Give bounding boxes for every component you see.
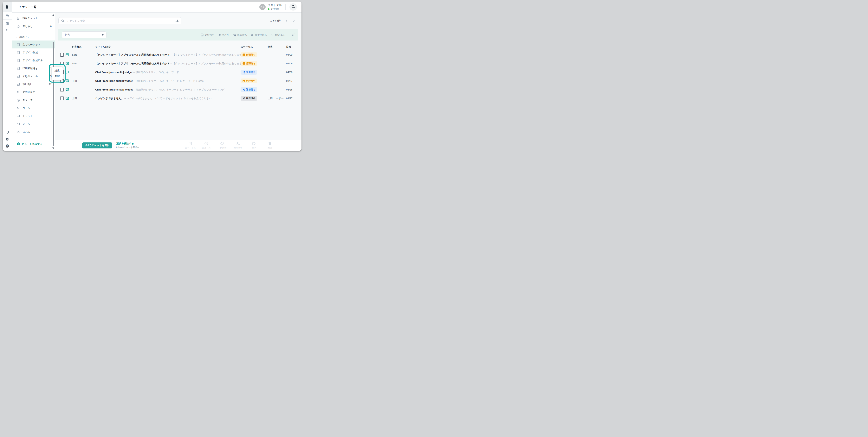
quick-filter-pending[interactable]: 処理待ち — [200, 33, 215, 37]
quick-filter-label: 処理待ち — [205, 33, 215, 37]
tune-filters-icon[interactable] — [175, 19, 179, 23]
bulk-action-delete[interactable]: 削除 — [263, 141, 277, 149]
document-icon — [5, 5, 9, 9]
row-checkbox[interactable] — [60, 88, 64, 92]
tray-icon — [17, 59, 20, 62]
sidebar-view-print-wait[interactable]: 印刷依頼待ち 2 — [12, 64, 55, 72]
row-customer: 上田 — [72, 97, 95, 100]
divider — [288, 32, 288, 38]
sidebar-view-unassigned[interactable]: 未割り当て — [12, 88, 55, 96]
user-name: テスト 太郎 — [268, 3, 281, 7]
row-customer: 上田 — [72, 79, 95, 83]
row-title: Chat From [proz-public] widget — [95, 79, 132, 82]
svg-text:?: ? — [7, 145, 8, 147]
assignee-filter-dropdown[interactable]: 担当 — [62, 31, 106, 38]
rail-item-help[interactable]: ? — [3, 143, 12, 149]
sidebar-section-common-views[interactable]: 共通ビュー — [12, 34, 55, 40]
chat-bubble-icon — [17, 114, 20, 118]
sidebar-view-call[interactable]: コール — [12, 104, 55, 112]
avatar[interactable]: テ太 — [259, 4, 266, 10]
sidebar-item-assigned-tickets[interactable]: 担当チケット — [12, 14, 55, 22]
sidebar-view-label: スパム — [23, 130, 30, 134]
table-row[interactable]: Sara 【クレジットカード】アプラスモールの利用条件はありますか？ -- 【ク… — [58, 59, 298, 68]
warning-triangle-icon — [17, 130, 20, 134]
chats-icon — [5, 14, 9, 18]
rail-item-settings[interactable] — [3, 136, 12, 142]
rail-item-customers[interactable] — [3, 27, 12, 34]
sidebar-view-mail[interactable]: メール — [12, 120, 55, 128]
table-row[interactable]: Chat From [proz-tci-faq] widget -- 接続前のシ… — [58, 85, 298, 94]
sidebar-item-returned[interactable]: 差し戻し 0 — [12, 22, 55, 30]
bulk-action-tag[interactable]: タグ — [247, 141, 261, 149]
header-right: テ太 テスト 太郎 受付可能 — [259, 3, 297, 11]
pagination: 1–6 / 6行 — [270, 19, 298, 23]
people-icon — [5, 28, 9, 32]
chevron-right-icon[interactable] — [292, 20, 295, 22]
scroll-up-arrow[interactable] — [52, 14, 54, 16]
status-label: 処理待ち — [246, 53, 255, 57]
quick-filter-in-progress[interactable]: 処理中 — [218, 33, 230, 37]
row-title: 【クレジットカード】アプラスモールの利用条件はありますか？ — [95, 62, 169, 65]
col-date: 日時 — [286, 45, 298, 48]
sidebar-view-design[interactable]: デザイン作成 1 — [12, 48, 55, 57]
chevron-left-icon[interactable] — [285, 20, 288, 22]
refresh-icon[interactable] — [291, 33, 295, 37]
kebab-menu-icon[interactable] — [50, 36, 52, 39]
status-label: 返答待ち — [246, 71, 255, 74]
bulk-action-label: 削除 — [268, 146, 272, 149]
chat-channel-icon — [65, 88, 72, 92]
rail-item-workspace[interactable] — [3, 129, 12, 136]
bulk-action-snooze[interactable]: スヌーズ — [199, 141, 213, 149]
search-input[interactable] — [66, 19, 173, 23]
table-row[interactable]: 上田 Chat From [proz-public] widget -- 接続前… — [58, 76, 298, 85]
status-badge: 返答待ち — [241, 87, 257, 92]
table-row[interactable]: Sara 【クレジットカード】アプラスモールの利用条件はありますか？ -- 【ク… — [58, 51, 298, 59]
context-menu-delete[interactable]: 削除 — [52, 73, 63, 79]
quick-filter-resolved[interactable]: 解決済み — [271, 33, 285, 37]
sidebar-scrollbar[interactable] — [53, 42, 54, 146]
chevron-down-icon — [16, 36, 18, 38]
quick-filter-callback[interactable]: 要折り返し — [250, 33, 267, 37]
search-box[interactable] — [58, 17, 181, 24]
rail-item-analytics[interactable] — [3, 20, 12, 27]
user-block[interactable]: テスト 太郎 受付可能 — [268, 3, 281, 10]
search-row: 1–6 / 6行 — [58, 17, 298, 24]
help-icon: ? — [5, 144, 9, 148]
phone-icon — [17, 106, 20, 110]
sidebar-view-all-tickets[interactable]: 全てのチケット — [12, 40, 55, 48]
rail-item-conversations[interactable] — [3, 12, 12, 19]
sidebar-view-due-today[interactable]: 本日期日 22 — [12, 80, 55, 88]
plus-circle-icon — [17, 142, 20, 146]
sidebar-view-label: 未割り当て — [23, 91, 35, 94]
quick-filter-awaiting-reply[interactable]: 返答待ち — [233, 33, 247, 37]
clear-selection-link[interactable]: 選択を解除する — [116, 142, 139, 145]
sidebar-view-label: 未処理メール — [23, 75, 38, 78]
row-title-cell: 【クレジットカード】アプラスモールの利用条件はありますか？ -- 【クレジットカ… — [95, 53, 241, 57]
sidebar-view-chat[interactable]: チャット — [12, 112, 55, 120]
sidebar-view-snooze[interactable]: スヌーズ — [12, 96, 55, 104]
row-checkbox[interactable] — [60, 97, 64, 100]
bulk-action-assign[interactable]: 割り当て — [231, 141, 245, 149]
sidebar-view-count: 22 — [49, 83, 52, 86]
create-view-button[interactable]: ビューを作成する — [17, 142, 42, 146]
table-row[interactable]: Chat From [proz-public] widget -- 接続前のシナ… — [58, 68, 298, 76]
sidebar-view-unprocessed-mail[interactable]: 未処理メール 35 — [12, 72, 55, 80]
bulk-action-status[interactable]: ステータス — [184, 141, 197, 149]
tray-icon — [17, 43, 20, 46]
table-row[interactable]: 上田 ログインができません。 -- ログインができません。パスワードをリセットす… — [58, 94, 298, 103]
sidebar-view-design-done[interactable]: デザイン作成済み 1 — [12, 57, 55, 64]
bulk-action-bulk-reply[interactable]: 一括返信 — [215, 141, 229, 149]
mail-channel-icon — [65, 53, 72, 57]
rail-item-tickets[interactable] — [3, 2, 12, 12]
scroll-down-arrow[interactable] — [52, 147, 54, 149]
context-menu-edit[interactable]: 編集 — [52, 68, 63, 73]
caret-down-icon — [101, 34, 104, 36]
notification-bell-button[interactable] — [289, 3, 297, 11]
status-label: 処理待ち — [246, 62, 255, 65]
row-checkbox[interactable] — [60, 53, 64, 57]
col-customer: お客様名 — [72, 45, 95, 48]
select-all-button[interactable]: 全6のチケットを選択 — [82, 142, 112, 148]
bulk-action-label: スヌーズ — [202, 146, 211, 149]
sidebar-view-spam[interactable]: スパム — [12, 128, 55, 136]
row-preview: -- 【クレジットカード】アプラスモールの利用条件はありますか？ — [170, 62, 241, 65]
